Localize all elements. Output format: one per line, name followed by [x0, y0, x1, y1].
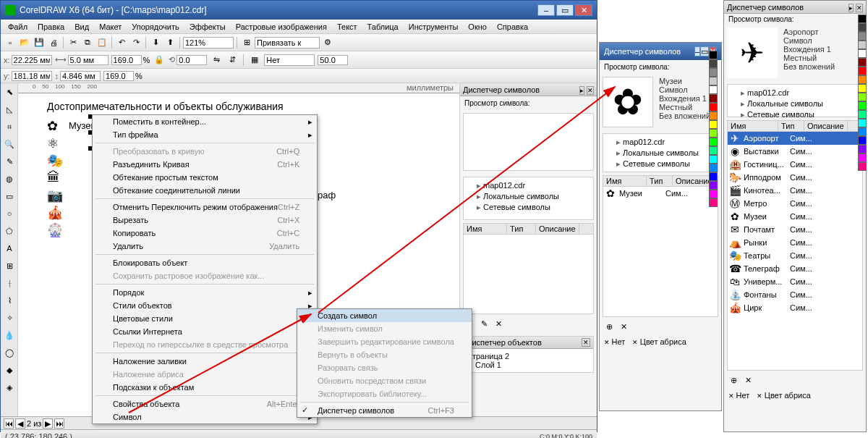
- color-swatch[interactable]: [709, 94, 718, 103]
- page-item[interactable]: Страница 2: [467, 352, 590, 361]
- menu-help[interactable]: Справка: [493, 21, 532, 33]
- color-swatch[interactable]: [709, 164, 718, 172]
- open-icon[interactable]: 📂: [18, 36, 31, 49]
- list-row[interactable]: ⛲ФонтаныСим...: [728, 288, 862, 301]
- color-swatch[interactable]: [709, 59, 718, 68]
- fill-tool-icon[interactable]: ◆: [1, 362, 17, 378]
- eyedropper-tool-icon[interactable]: 💧: [1, 327, 17, 343]
- symbol-tree[interactable]: map012.cdr Локальные символы Сетевые сим…: [463, 177, 594, 220]
- outline-width-input[interactable]: [318, 55, 348, 65]
- scale-x-input[interactable]: [111, 55, 142, 65]
- list-row[interactable]: 🐎ИпподромСим...: [728, 171, 862, 184]
- context-menu-item[interactable]: ВырезатьCtrl+X: [93, 214, 317, 227]
- context-menu-item[interactable]: Подсказки к объектам: [93, 381, 317, 394]
- minimize-button[interactable]: –: [537, 4, 555, 16]
- color-swatch[interactable]: [709, 120, 718, 129]
- redo-icon[interactable]: ↷: [129, 36, 142, 49]
- color-swatch[interactable]: [709, 111, 718, 120]
- height-input[interactable]: [60, 71, 101, 81]
- table-tool-icon[interactable]: ⊞: [1, 258, 17, 274]
- list-row[interactable]: ✈АэропортСим...: [728, 132, 862, 145]
- page-first-icon[interactable]: ⏮: [4, 418, 14, 429]
- rotation-input[interactable]: [176, 55, 207, 65]
- snap-icon[interactable]: ⊞: [240, 36, 253, 49]
- color-swatch[interactable]: [709, 51, 718, 59]
- options-icon[interactable]: ⚙: [321, 36, 334, 49]
- menu-file[interactable]: Файл: [4, 21, 32, 33]
- mirror-h-icon[interactable]: ⇋: [210, 54, 223, 67]
- color-swatch[interactable]: [858, 136, 867, 145]
- context-menu-item[interactable]: Символ: [93, 410, 317, 424]
- color-swatch[interactable]: [709, 155, 718, 164]
- color-swatch[interactable]: [858, 93, 867, 101]
- color-swatch[interactable]: [858, 84, 867, 93]
- list-row[interactable]: ☎ТелеграфСим...: [728, 262, 862, 275]
- mirror-v-icon[interactable]: ⇵: [226, 54, 239, 67]
- insert-symbol-icon[interactable]: ⊕: [727, 374, 740, 387]
- width-input[interactable]: [68, 55, 109, 65]
- shape-tool-icon[interactable]: ◺: [1, 101, 17, 117]
- context-menu-item[interactable]: Блокировать объект: [93, 256, 317, 269]
- y-input[interactable]: [12, 71, 52, 81]
- color-swatch[interactable]: [858, 14, 867, 23]
- color-swatch[interactable]: [858, 67, 867, 75]
- context-menu-item[interactable]: УдалитьУдалить: [93, 240, 317, 253]
- color-swatch[interactable]: [858, 58, 867, 67]
- menu-view[interactable]: Вид: [70, 21, 93, 33]
- undo-icon[interactable]: ↶: [115, 36, 128, 49]
- context-menu-item[interactable]: Разъединить КриваяCtrl+K: [93, 158, 317, 171]
- context-menu-item[interactable]: Отменить Переключить режим отображенияCt…: [93, 201, 317, 214]
- copy-icon[interactable]: ⧉: [81, 36, 94, 49]
- color-swatch[interactable]: [858, 119, 867, 127]
- text-tool-icon[interactable]: A: [1, 240, 17, 256]
- x-input[interactable]: [12, 55, 52, 65]
- freehand-tool-icon[interactable]: ✎: [1, 153, 17, 169]
- edit-symbol-icon[interactable]: ✎: [477, 317, 490, 330]
- panel3-close-icon[interactable]: ✕: [856, 4, 863, 12]
- context-menu-item[interactable]: Порядок: [93, 286, 317, 299]
- new-icon[interactable]: ▫: [4, 36, 17, 49]
- ellipse-tool-icon[interactable]: ○: [1, 206, 17, 222]
- delete-symbol-icon[interactable]: ✕: [617, 320, 630, 333]
- menu-window[interactable]: Окно: [464, 21, 491, 33]
- list-row[interactable]: 🏨Гостиниц...Сим...: [728, 158, 862, 171]
- interactive-fill-icon[interactable]: ◈: [1, 379, 17, 395]
- color-swatch[interactable]: [709, 146, 718, 155]
- maximize-button[interactable]: ▭: [556, 4, 574, 16]
- effects-tool-icon[interactable]: ✧: [1, 310, 17, 326]
- color-swatch[interactable]: [709, 129, 718, 138]
- menu-arrange[interactable]: Упорядочить: [127, 21, 183, 33]
- color-swatch[interactable]: [858, 101, 867, 110]
- color-swatch[interactable]: [858, 127, 867, 136]
- delete-symbol-icon[interactable]: ✕: [492, 317, 505, 330]
- outline-tool-icon[interactable]: ◯: [1, 345, 17, 361]
- list-row[interactable]: ⛺РынкиСим...: [728, 236, 862, 249]
- color-swatch[interactable]: [709, 138, 718, 146]
- dimension-tool-icon[interactable]: ⟊: [1, 275, 17, 291]
- pick-tool-icon[interactable]: ⬉: [1, 84, 17, 100]
- list-row[interactable]: ✿МузеиСим...: [728, 210, 862, 223]
- symbol-list[interactable]: ✈АэропортСим...◉ВыставкиСим...🏨Гостиниц.…: [727, 132, 863, 371]
- paste-icon[interactable]: 📋: [95, 36, 109, 49]
- list-row[interactable]: ⓂМетроСим...: [728, 197, 862, 210]
- wrap-icon[interactable]: ▦: [248, 54, 261, 67]
- color-swatch[interactable]: [709, 77, 718, 85]
- color-swatch[interactable]: [858, 162, 867, 171]
- list-row[interactable]: ✿МузеиСим...: [603, 187, 718, 200]
- color-swatch[interactable]: [709, 85, 718, 94]
- layer-item[interactable]: Слой 1: [467, 361, 590, 369]
- context-menu-item[interactable]: Тип фрейма: [93, 128, 317, 141]
- color-swatch[interactable]: [858, 32, 867, 41]
- rectangle-tool-icon[interactable]: ▭: [1, 188, 17, 204]
- list-row[interactable]: ✉ПочтамтСим...: [728, 223, 862, 236]
- snap-combo[interactable]: [255, 37, 320, 49]
- scale-y-input[interactable]: [103, 71, 134, 81]
- submenu-item[interactable]: ✓Диспетчер символовCtrl+F3: [297, 404, 472, 417]
- color-swatch[interactable]: [858, 110, 867, 119]
- context-menu-item[interactable]: Поместить в контейнер...: [93, 115, 317, 128]
- submenu-item[interactable]: Создать символ: [297, 309, 472, 322]
- color-swatch[interactable]: [858, 153, 867, 162]
- color-swatch[interactable]: [858, 41, 867, 49]
- save-icon[interactable]: 💾: [33, 36, 46, 49]
- zoom-tool-icon[interactable]: 🔍: [1, 136, 17, 152]
